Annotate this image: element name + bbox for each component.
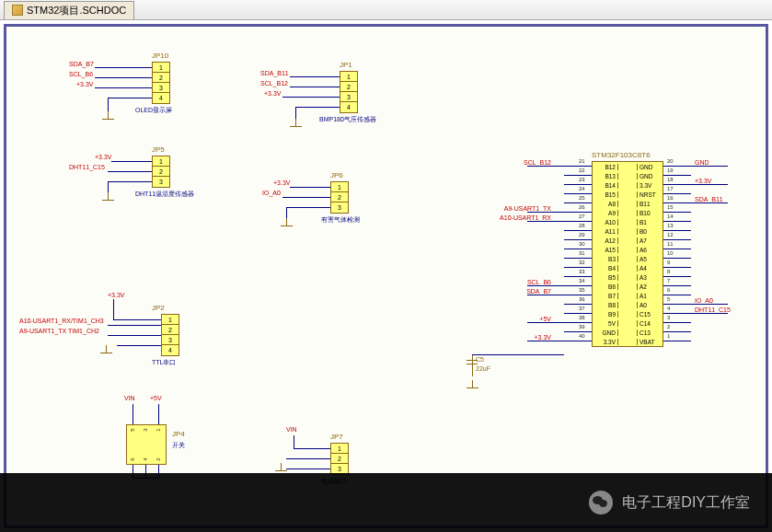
- tab-title: STM32项目.SCHDOC: [27, 4, 126, 17]
- jp5-desc: DHT11温湿度传感器: [135, 190, 194, 199]
- jp10-desc: OLED显示屏: [135, 106, 172, 115]
- net-33v-2: +3.3V: [264, 90, 282, 97]
- net-33v-3: +3.3V: [95, 154, 112, 160]
- net-sda-b7: SDA_B7: [69, 61, 94, 67]
- footer-text: 电子工程DIY工作室: [622, 493, 750, 513]
- cap-c5-val: 22uF: [476, 365, 490, 372]
- net-a9-tx: A9-USART1_TX TIM1_CH2: [19, 328, 99, 334]
- jp4-ref: JP4: [172, 430, 185, 438]
- net-vin-1: VIN: [124, 395, 135, 401]
- net-33v-1: +3.3V: [76, 81, 94, 87]
- net-scl-b6: SCL_B6: [69, 71, 93, 77]
- jp7-ref: JP7: [330, 433, 343, 441]
- net-33v-4: +3.3V: [273, 179, 291, 186]
- tab-bar: STM32项目.SCHDOC: [0, 0, 772, 20]
- connector-jp1: 1 2 3 4: [340, 71, 358, 113]
- jp5-ref: JP5: [152, 145, 165, 154]
- connector-jp10: 1 2 3 4: [152, 62, 170, 104]
- chip-ref: STM32F103C8T6: [592, 151, 651, 159]
- jp1-ref: JP1: [340, 61, 352, 69]
- connector-jp7: 1 2 3: [330, 443, 349, 475]
- chip-stm32: B12GNDB13GNDB143.3VB15NRSTA8B11A9B10A10B…: [592, 161, 663, 347]
- schematic-canvas[interactable]: 1 2 3 4 JP10 OLED显示屏 SDA_B7 SCL_B6 +3.3V…: [0, 20, 772, 532]
- jp2-desc: TTL串口: [152, 358, 176, 367]
- jp6-ref: JP6: [330, 171, 343, 179]
- schematic-sheet: 1 2 3 4 JP10 OLED显示屏 SDA_B7 SCL_B6 +3.3V…: [4, 24, 768, 528]
- connector-jp5: 1 2 3: [152, 156, 170, 188]
- net-scl-b12: SCL_B12: [260, 80, 288, 87]
- net-a10-rx: A10-USART1_RX/TIM1_CH3: [19, 318, 104, 324]
- schematic-file-icon: [12, 5, 23, 16]
- net-vin-2: VIN: [286, 426, 297, 433]
- jp4-desc: 开关: [172, 441, 185, 450]
- jp6-desc: 有害气体检测: [321, 215, 360, 225]
- connector-jp4: 5 3 1 6 4 2: [126, 424, 167, 465]
- connector-jp6: 1 2 3: [330, 181, 349, 214]
- jp10-ref: JP10: [152, 52, 168, 60]
- net-5v-1: +5V: [150, 395, 162, 401]
- jp1-desc: BMP180气压传感器: [319, 115, 376, 124]
- connector-jp2: 1 2 3 4: [161, 314, 179, 356]
- wechat-icon: [589, 491, 613, 515]
- net-sda-b11: SDA_B11: [260, 70, 289, 76]
- net-33v-5: +3.3V: [108, 292, 125, 298]
- document-tab[interactable]: STM32项目.SCHDOC: [4, 1, 134, 19]
- net-dht11: DHT11_C15: [69, 164, 105, 170]
- watermark-footer: 电子工程DIY工作室: [0, 473, 772, 532]
- jp2-ref: JP2: [152, 304, 165, 312]
- net-io-a0: IO_A0: [262, 190, 281, 196]
